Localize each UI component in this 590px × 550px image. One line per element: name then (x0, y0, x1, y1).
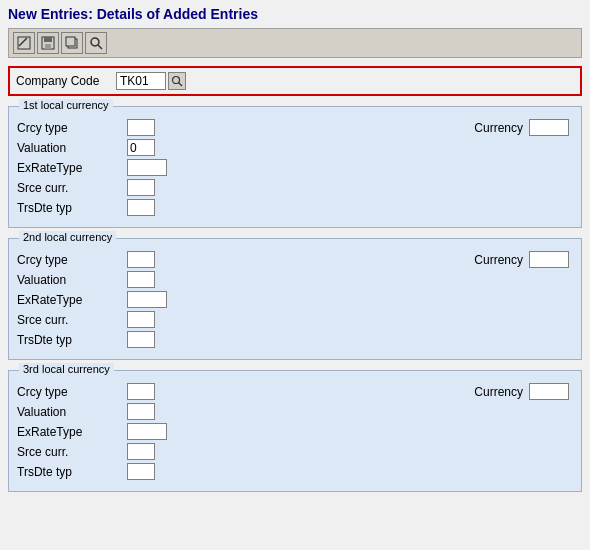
field-row-first-1: Valuation (17, 139, 573, 156)
currency-input-second[interactable] (529, 251, 569, 268)
sections-container: 1st local currencyCrcy typeValuationExRa… (8, 106, 582, 492)
page-container: New Entries: Details of Added Entries Co… (0, 0, 590, 508)
field-row-third-3: Srce curr. (17, 443, 573, 460)
field-row-second-3: Srce curr. (17, 311, 573, 328)
svg-point-7 (91, 38, 99, 46)
field-label-third-1: Valuation (17, 405, 127, 419)
field-input-second-3[interactable] (127, 311, 155, 328)
field-label-second-3: Srce curr. (17, 313, 127, 327)
company-code-input[interactable] (116, 72, 166, 90)
edit-button[interactable] (13, 32, 35, 54)
field-label-first-1: Valuation (17, 141, 127, 155)
toolbar (8, 28, 582, 58)
section-third-legend: 3rd local currency (19, 363, 114, 375)
section-third: 3rd local currencyCrcy typeValuationExRa… (8, 370, 582, 492)
field-input-second-1[interactable] (127, 271, 155, 288)
field-label-second-0: Crcy type (17, 253, 127, 267)
field-label-third-2: ExRateType (17, 425, 127, 439)
svg-rect-0 (18, 37, 30, 49)
field-label-second-1: Valuation (17, 273, 127, 287)
section-second: 2nd local currencyCrcy typeValuationExRa… (8, 238, 582, 360)
page-title: New Entries: Details of Added Entries (8, 6, 582, 22)
currency-label-second: Currency (474, 253, 523, 267)
field-row-third-2: ExRateType (17, 423, 573, 440)
currency-label-first: Currency (474, 121, 523, 135)
field-row-second-4: TrsDte typ (17, 331, 573, 348)
company-code-search-button[interactable] (168, 72, 186, 90)
field-label-third-3: Srce curr. (17, 445, 127, 459)
find-button[interactable] (85, 32, 107, 54)
field-input-second-0[interactable] (127, 251, 155, 268)
svg-rect-3 (44, 37, 52, 42)
field-label-third-0: Crcy type (17, 385, 127, 399)
field-input-third-3[interactable] (127, 443, 155, 460)
field-row-first-2: ExRateType (17, 159, 573, 176)
svg-point-9 (173, 77, 180, 84)
currency-row-second: Currency (474, 251, 569, 268)
currency-row-first: Currency (474, 119, 569, 136)
svg-line-10 (179, 83, 183, 87)
svg-line-8 (98, 45, 102, 49)
save-button[interactable] (37, 32, 59, 54)
field-row-third-1: Valuation (17, 403, 573, 420)
currency-input-third[interactable] (529, 383, 569, 400)
section-second-legend: 2nd local currency (19, 231, 116, 243)
section-first: 1st local currencyCrcy typeValuationExRa… (8, 106, 582, 228)
field-input-second-4[interactable] (127, 331, 155, 348)
svg-rect-6 (66, 37, 75, 46)
field-input-first-0[interactable] (127, 119, 155, 136)
copy-button[interactable] (61, 32, 83, 54)
field-label-first-3: Srce curr. (17, 181, 127, 195)
company-code-row: Company Code (8, 66, 582, 96)
field-row-second-2: ExRateType (17, 291, 573, 308)
field-input-first-2[interactable] (127, 159, 167, 176)
field-label-second-2: ExRateType (17, 293, 127, 307)
field-label-second-4: TrsDte typ (17, 333, 127, 347)
field-input-first-4[interactable] (127, 199, 155, 216)
field-input-first-3[interactable] (127, 179, 155, 196)
field-row-first-3: Srce curr. (17, 179, 573, 196)
currency-input-first[interactable] (529, 119, 569, 136)
svg-rect-4 (45, 44, 51, 49)
currency-row-third: Currency (474, 383, 569, 400)
field-row-first-4: TrsDte typ (17, 199, 573, 216)
field-label-third-4: TrsDte typ (17, 465, 127, 479)
section-first-legend: 1st local currency (19, 99, 113, 111)
field-label-first-0: Crcy type (17, 121, 127, 135)
currency-label-third: Currency (474, 385, 523, 399)
svg-line-1 (19, 38, 27, 46)
field-input-third-4[interactable] (127, 463, 155, 480)
field-input-third-2[interactable] (127, 423, 167, 440)
field-row-second-1: Valuation (17, 271, 573, 288)
field-label-first-4: TrsDte typ (17, 201, 127, 215)
field-input-second-2[interactable] (127, 291, 167, 308)
field-input-third-1[interactable] (127, 403, 155, 420)
field-input-third-0[interactable] (127, 383, 155, 400)
company-code-label: Company Code (16, 74, 116, 88)
field-row-third-4: TrsDte typ (17, 463, 573, 480)
field-input-first-1[interactable] (127, 139, 155, 156)
field-label-first-2: ExRateType (17, 161, 127, 175)
